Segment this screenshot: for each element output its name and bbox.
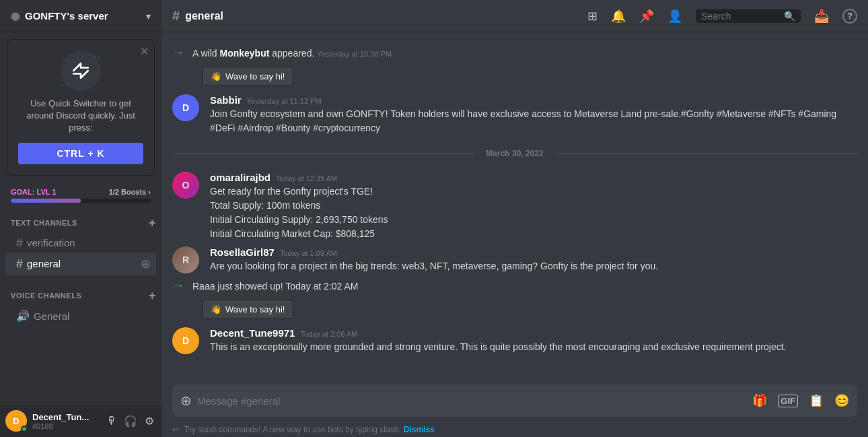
inbox-icon[interactable]: 📥	[814, 9, 829, 24]
switcher-dots-right: · ·	[94, 53, 100, 61]
channel-name-verification: verification	[27, 237, 151, 248]
join-message-raaa: → Raaa just showed up! Today at 2:02 AM	[161, 276, 868, 296]
gift-icon[interactable]: 🎁	[752, 393, 767, 408]
channel-hash-icon: #	[16, 237, 23, 249]
avatar-col-rosella: R	[172, 246, 199, 273]
members-icon[interactable]: 👤	[667, 9, 682, 24]
msg-header-sabbir: Sabbir Yesterday at 11:12 PM	[210, 94, 857, 106]
msg-timestamp-sabbir: Yesterday at 11:12 PM	[247, 97, 322, 105]
arrows-icon	[69, 59, 93, 83]
pin-icon[interactable]: 📌	[639, 9, 654, 24]
dismiss-link[interactable]: Dismiss	[404, 425, 435, 434]
msg-text-rosella: Are you looking for a project in the big…	[210, 259, 857, 273]
wave-label: Wave to say hi!	[225, 71, 285, 81]
switcher-icon: · · · ·	[61, 51, 101, 91]
message-input-wrapper: ⊕ 🎁 GIF 📋 😊	[172, 384, 857, 417]
msg-content-decent: Decent_Tune9971 Today at 2:06 AM This is…	[210, 327, 857, 354]
messages-area: → A wild Monkeybut appeared. Yesterday a…	[161, 32, 868, 384]
msg-header-omar: omaralirajbd Today at 12:39 AM	[210, 172, 857, 183]
quick-switcher-panel: ✕ · · · · Use Quick Switcher to get arou…	[7, 39, 155, 176]
channel-title-hash: #	[172, 8, 180, 24]
text-channels-header[interactable]: TEXT CHANNELS +	[0, 216, 161, 233]
wave-button-wrapper-raaa: 👋 Wave to say hi!	[161, 296, 868, 325]
attach-file-icon[interactable]: ⊕	[180, 384, 192, 417]
quick-switcher-text: Use Quick Switcher to get around Discord…	[18, 98, 143, 135]
server-header[interactable]: ⬤ GONFTY's server ▾	[0, 0, 161, 32]
level-bar-header: GOAL: LVL 1 1/2 Boosts ›	[11, 188, 151, 196]
channel-hash-icon: #	[16, 258, 23, 270]
search-input[interactable]	[701, 11, 779, 22]
channel-title: # general	[172, 8, 223, 24]
avatar-col-sabbir: D	[172, 94, 199, 121]
invite-member-icon[interactable]: ⊕	[141, 257, 151, 271]
wave-button-raaa[interactable]: 👋 Wave to say hi!	[202, 300, 293, 319]
wave-emoji: 👋	[211, 71, 221, 81]
voice-channels-header[interactable]: VOICE CHANNELS +	[0, 289, 161, 306]
headset-icon[interactable]: 🎧	[124, 415, 137, 428]
avatar-col-decent: D	[172, 327, 199, 354]
user-info: Decent_Tun... #0188	[32, 412, 100, 430]
voice-channel-name: General	[34, 310, 69, 322]
channel-item-general[interactable]: # general ⊕	[5, 253, 156, 275]
user-bar: D Decent_Tun... #0188 🎙 🎧 ⚙	[0, 405, 161, 437]
wave-emoji-raaa: 👋	[211, 304, 221, 314]
msg-content-rosella: RosellaGirl87 Today at 1:09 AM Are you l…	[210, 246, 857, 273]
wave-button-wrapper-monkeybut: 👋 Wave to say hi!	[161, 63, 868, 92]
level-bar-fill	[11, 199, 81, 203]
settings-icon[interactable]: ⚙	[143, 415, 156, 428]
voice-channel-general[interactable]: 🔊 General	[5, 306, 156, 326]
message-row-rosella: R RosellaGirl87 Today at 1:09 AM Are you…	[161, 244, 868, 276]
msg-timestamp-decent: Today at 2:06 AM	[300, 330, 357, 338]
wave-button-monkeybut[interactable]: 👋 Wave to say hi!	[202, 67, 293, 86]
gif-icon[interactable]: GIF	[778, 395, 798, 407]
top-bar: # general ⊞ 🔔 📌 👤 🔍 📥 ?	[161, 0, 868, 32]
msg-timestamp-omar: Today at 12:39 AM	[276, 174, 337, 182]
add-voice-channel-icon[interactable]: +	[149, 289, 156, 303]
search-bar[interactable]: 🔍	[696, 9, 801, 23]
message-row-omar: O omaralirajbd Today at 12:39 AM Get rea…	[161, 169, 868, 244]
join-message-monkeybut: → A wild Monkeybut appeared. Yesterday a…	[161, 43, 868, 63]
date-divider-march30: March 30, 2022	[161, 138, 868, 169]
msg-header-decent: Decent_Tune9971 Today at 2:06 AM	[210, 327, 857, 339]
mic-icon[interactable]: 🎙	[105, 415, 118, 427]
main-content: # general ⊞ 🔔 📌 👤 🔍 📥 ? → A wild Monkeyb…	[161, 0, 868, 437]
emoji-icon[interactable]: 😊	[834, 393, 849, 408]
sidebar: ⬤ GONFTY's server ▾ ✕ · · · · Use Quick …	[0, 0, 161, 437]
tip-text: Try slash commands! A new way to use bot…	[184, 425, 401, 434]
quick-switcher-close[interactable]: ✕	[140, 45, 149, 58]
msg-header-rosella: RosellaGirl87 Today at 1:09 AM	[210, 246, 857, 258]
date-divider-label: March 30, 2022	[486, 149, 543, 158]
tip-bar: ↩ Try slash commands! A new way to use b…	[161, 422, 868, 437]
voice-channels-section: VOICE CHANNELS + 🔊 General	[0, 278, 161, 329]
top-bar-icons: ⊞ 🔔 📌 👤 🔍 📥 ?	[587, 9, 857, 24]
msg-author-omar: omaralirajbd	[210, 172, 270, 183]
text-channels-section: TEXT CHANNELS + # verification # general…	[0, 205, 161, 278]
msg-author-decent: Decent_Tune9971	[210, 327, 295, 339]
avatar-sabbir: D	[172, 94, 199, 121]
user-controls: 🎙 🎧 ⚙	[105, 415, 156, 428]
avatar-col-omar: O	[172, 172, 199, 199]
msg-text-omar: Get ready for the Gonfty project's TGE! …	[210, 184, 857, 241]
channel-title-name: general	[185, 10, 223, 22]
message-input[interactable]	[197, 387, 747, 415]
help-icon[interactable]: ?	[842, 9, 857, 24]
search-icon: 🔍	[784, 11, 795, 22]
input-bar: ⊕ 🎁 GIF 📋 😊	[161, 384, 868, 422]
sticker-icon[interactable]: 📋	[809, 393, 824, 408]
avatar-omar: O	[172, 172, 199, 199]
user-status-dot	[21, 426, 28, 432]
join-arrow-icon: →	[172, 46, 184, 60]
wave-label-raaa: Wave to say hi!	[225, 304, 285, 314]
avatar-decent: D	[172, 327, 199, 354]
switcher-dots-left: · ·	[62, 81, 67, 88]
message-row-decent: D Decent_Tune9971 Today at 2:06 AM This …	[161, 325, 868, 357]
hashtag-icon[interactable]: ⊞	[587, 9, 598, 24]
channel-name-general: general	[27, 258, 137, 269]
add-channel-icon[interactable]: +	[149, 216, 156, 230]
boost-label[interactable]: 1/2 Boosts ›	[109, 188, 151, 196]
ctrl-k-button[interactable]: CTRL + K	[18, 143, 143, 164]
channel-item-verification[interactable]: # verification	[5, 234, 156, 253]
bell-icon[interactable]: 🔔	[611, 9, 626, 24]
level-goal-label: GOAL: LVL 1	[11, 188, 56, 196]
join-text-raaa: Raaa just showed up! Today at 2:02 AM	[192, 281, 358, 292]
